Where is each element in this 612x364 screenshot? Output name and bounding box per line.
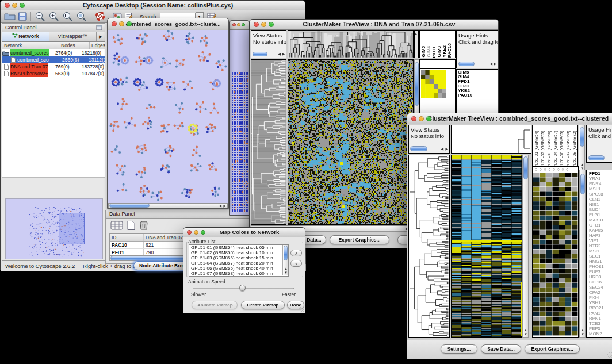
scrollbar-thumb[interactable] — [253, 52, 267, 56]
gene-label[interactable]: RPO21 — [588, 305, 612, 311]
gene-label[interactable]: MSI1 — [588, 248, 612, 254]
gene-label[interactable]: NIS1 — [588, 202, 612, 207]
tv1-column-dendrogram[interactable] — [288, 31, 413, 58]
attribute-item[interactable]: GPL51-02 (GSM855) heat shock 10 min — [189, 250, 288, 255]
scroll-left-icon[interactable]: ◀ — [278, 52, 281, 56]
tv2-row-dendrogram[interactable] — [409, 155, 449, 337]
scroll-down-icon[interactable]: ▼ — [284, 271, 288, 274]
gene-label[interactable]: YRA1 — [588, 176, 612, 181]
create-vizmap-button[interactable]: Create Vizmap — [241, 301, 285, 309]
window-controls[interactable] — [5, 3, 25, 8]
zoom-out-icon[interactable] — [35, 12, 46, 22]
gene-label[interactable]: PHO81 — [588, 264, 612, 269]
move-down-button[interactable]: ∨ — [290, 260, 302, 267]
scroll-up-icon[interactable]: ▲ — [284, 267, 288, 270]
tv1-scroll-strip[interactable]: ▸ — [414, 30, 419, 58]
treeview1-titlebar[interactable]: ClusterMaker TreeView : DNA and Tran 07-… — [250, 20, 498, 30]
scroll-up-icon[interactable]: ▲ — [580, 163, 584, 166]
network-table-row[interactable]: RNAPuberNov2+ 563(0) 107847(0) — [2, 70, 105, 77]
minimize-icon[interactable] — [12, 3, 17, 8]
column-label[interactable]: PFD1 — [431, 46, 437, 58]
tv1-heatmap[interactable] — [288, 60, 413, 224]
animate-vizmap-button[interactable]: Animate Vizmap — [192, 301, 238, 309]
tab-overflow-button[interactable]: ▶ — [97, 32, 105, 41]
background-network-view[interactable] — [230, 30, 249, 215]
column-label[interactable]: GPL51-07 (GSM868) — [565, 131, 571, 171]
attribute-item[interactable]: GPL51-03 (GSM856) heat shock 15 min — [189, 255, 288, 260]
column-label[interactable]: GPL51-03 (GSM856) — [546, 131, 552, 171]
close-icon[interactable] — [5, 3, 10, 8]
gene-label[interactable]: HMG1 — [588, 259, 612, 264]
tv1-correlation-heatmap[interactable] — [421, 70, 446, 98]
column-label[interactable]: GPL51-08 (GSM872) — [571, 131, 577, 171]
zoom-window-icon[interactable] — [242, 23, 245, 26]
tv2-save-data-button[interactable]: Save Data... — [481, 344, 521, 354]
scroll-right-icon[interactable]: ▶ — [494, 62, 496, 66]
tv2-heatmap[interactable] — [452, 155, 522, 337]
column-label[interactable]: PAC10 — [447, 43, 452, 58]
tv1-row-dendrogram[interactable] — [251, 60, 286, 224]
tv2-top-v-scrollbar[interactable]: ▲ ▼ — [579, 125, 585, 172]
close-icon[interactable] — [232, 23, 236, 26]
minimize-icon[interactable] — [119, 21, 124, 26]
gene-label[interactable]: HRD3 — [588, 274, 612, 279]
gene-label[interactable]: FIG4 — [588, 295, 612, 300]
scroll-up-icon[interactable]: ▲ — [524, 328, 527, 332]
network-table-row[interactable]: combined_scores 2764(0) 16218(0) — [2, 49, 105, 56]
tab-network[interactable]: Network — [2, 32, 49, 41]
gene-label[interactable]: VIP1 — [588, 238, 612, 243]
network-h-scrollbar[interactable]: ◀ ▶ — [108, 203, 228, 208]
attribute-item[interactable]: GPL51-04 (GSM857) heat shock 20 min — [189, 260, 288, 266]
background-window-titlebar[interactable] — [230, 21, 249, 30]
gene-label[interactable]: KAP95 — [588, 228, 612, 233]
float-panel-icon[interactable] — [96, 25, 102, 33]
gene-label[interactable]: SPC98 — [588, 191, 612, 197]
gene-label[interactable]: SEC24 — [588, 285, 612, 290]
gene-label[interactable]: NTR2 — [588, 243, 612, 248]
gene-label[interactable]: TCB3 — [588, 321, 612, 326]
gene-label[interactable]: SEC1 — [588, 254, 612, 259]
gene-label[interactable]: PUF3 — [588, 269, 612, 274]
minimize-icon[interactable] — [237, 23, 240, 26]
gene-label[interactable]: HAP3 — [588, 233, 612, 238]
main-titlebar[interactable]: Cytoscape Desktop (Session Name: collins… — [1, 1, 305, 11]
close-icon[interactable] — [187, 230, 192, 235]
tab-vizmapper[interactable]: VizMapper™ — [49, 32, 97, 41]
new-attribute-icon[interactable] — [127, 220, 136, 232]
attribute-item[interactable]: GPL51-07 (GSM868) heat shock 60 min — [189, 271, 288, 276]
help-lifesaver-icon[interactable] — [95, 12, 105, 22]
minimize-icon[interactable] — [194, 230, 198, 235]
column-label[interactable]: GIM4 — [426, 46, 431, 58]
gene-label[interactable]: CLN1 — [588, 197, 612, 202]
column-label[interactable]: GIM5 — [421, 46, 426, 58]
gene-label[interactable]: CPA2 — [588, 290, 612, 295]
zoom-in-icon[interactable] — [48, 12, 60, 22]
scroll-right-icon[interactable]: ▶ — [223, 204, 226, 208]
scroll-up-icon[interactable]: ▲ — [581, 328, 584, 332]
gene-label[interactable]: RNR4 — [588, 181, 612, 186]
move-up-button[interactable]: ∧ — [290, 250, 302, 256]
network-table-row[interactable]: combined_sco 2569(6) 13112(15) — [2, 56, 105, 63]
resize-grip[interactable] — [299, 306, 304, 312]
gene-label[interactable]: ELG1 — [588, 212, 612, 217]
zoom-window-icon[interactable] — [201, 230, 205, 235]
scroll-right-icon[interactable]: ▶ — [282, 52, 285, 56]
scrollbar-thumb[interactable] — [284, 246, 288, 260]
zoom-window-icon[interactable] — [127, 21, 132, 26]
column-label[interactable]: GPL51-01 (GSM854) — [533, 131, 540, 171]
tv2-settings-button[interactable]: Settings... — [441, 344, 477, 354]
treeview2-titlebar[interactable]: ClusterMaker TreeView : combined_scores_… — [407, 113, 612, 124]
scrollbar-thumb[interactable] — [588, 155, 605, 160]
gene-label[interactable]: PAC10 — [457, 93, 498, 98]
gene-label[interactable]: BUD4 — [588, 207, 612, 212]
zoom-fit-icon[interactable] — [62, 12, 74, 22]
column-label[interactable]: YKE2 — [442, 45, 447, 58]
scrollbar-thumb[interactable] — [415, 62, 419, 106]
zoom-selected-icon[interactable] — [76, 12, 87, 22]
gene-label[interactable]: PAN1 — [588, 311, 612, 316]
gene-label[interactable]: YSH1 — [588, 300, 612, 305]
save-icon[interactable] — [18, 12, 27, 22]
gene-label[interactable]: PFD1 — [588, 171, 612, 176]
scroll-left-icon[interactable]: ◀ — [219, 204, 221, 208]
delete-attribute-icon[interactable] — [139, 220, 148, 232]
